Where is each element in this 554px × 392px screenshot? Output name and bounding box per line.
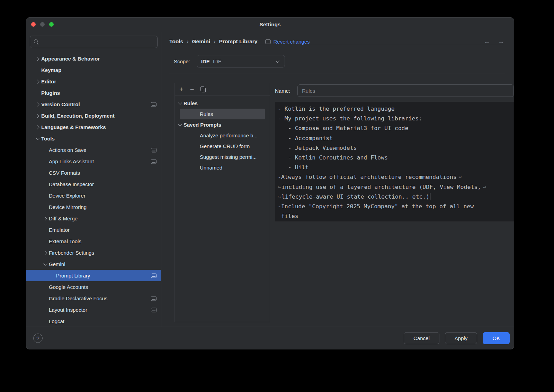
prompt-item-unnamed[interactable]: Unnamed	[180, 162, 265, 173]
prompt-group-saved-prompts[interactable]: Saved Prompts	[180, 119, 265, 130]
breadcrumb-separator: ›	[187, 38, 188, 45]
chevron-right-icon[interactable]	[34, 126, 41, 129]
chevron-down-icon[interactable]	[34, 138, 41, 139]
sidebar-item-emulator[interactable]: Emulator	[26, 224, 161, 236]
sidebar-item-label: Gradle Declarative Focus	[49, 295, 107, 301]
chevron-down-icon[interactable]	[176, 124, 184, 126]
chevron-right-icon[interactable]	[42, 252, 49, 254]
prompt-list-toolbar: + −	[175, 83, 270, 95]
prompt-item-label: Analyze performance b...	[200, 133, 258, 138]
prompt-list-panel: + − Rules Rules Saved Prompts	[175, 83, 270, 322]
sidebar-item-actions-on-save[interactable]: Actions on Save	[26, 144, 161, 156]
prompt-item-rules[interactable]: Rules	[180, 109, 265, 119]
chevron-right-icon[interactable]	[42, 217, 49, 220]
sidebar-item-build-execution-deployment[interactable]: Build, Execution, Deployment	[26, 110, 161, 121]
sidebar-item-device-explorer[interactable]: Device Explorer	[26, 190, 161, 201]
breadcrumb-tools[interactable]: Tools	[169, 38, 183, 45]
divider	[169, 73, 505, 73]
prompt-group-rules[interactable]: Rules	[180, 98, 265, 109]
breadcrumb-gemini[interactable]: Gemini	[192, 38, 211, 45]
sidebar-item-plugins[interactable]: Plugins	[26, 87, 161, 99]
sidebar-item-tools[interactable]: Tools	[26, 133, 161, 144]
sidebar-item-device-mirroring[interactable]: Device Mirroring	[26, 201, 161, 213]
ide-settings-icon	[151, 296, 157, 301]
scope-badge: IDE	[201, 58, 210, 64]
prompt-item-label: Generate CRUD form	[200, 143, 250, 149]
sidebar-item-label: External Tools	[49, 238, 81, 244]
sidebar-item-label: App Links Assistant	[49, 158, 94, 164]
sidebar-item-diff-merge[interactable]: Diff & Merge	[26, 213, 161, 224]
sidebar-item-version-control[interactable]: Version Control	[26, 99, 161, 110]
sidebar-item-gemini[interactable]: Gemini	[26, 258, 161, 270]
prompt-item-label: Unnamed	[200, 165, 222, 171]
remove-icon[interactable]: −	[190, 86, 194, 93]
sidebar-item-keymap[interactable]: Keymap	[26, 64, 161, 76]
sidebar-item-label: Emulator	[49, 227, 70, 233]
name-field[interactable]	[297, 84, 514, 97]
chevron-right-icon[interactable]	[34, 115, 41, 117]
settings-search[interactable]	[30, 36, 158, 48]
prompt-item-label: Rules	[200, 111, 213, 117]
zoom-button[interactable]	[49, 22, 54, 27]
ok-button[interactable]: OK	[483, 332, 510, 344]
scope-label: Scope:	[174, 58, 190, 64]
settings-sidebar: Appearance & Behavior Keymap Editor Plug…	[26, 31, 161, 327]
minimize-button[interactable]	[40, 22, 45, 27]
sidebar-item-label: Google Accounts	[49, 284, 88, 290]
forward-arrow-icon[interactable]: →	[498, 38, 504, 45]
sidebar-item-gradle-declarative-focus[interactable]: Gradle Declarative Focus	[26, 293, 161, 304]
editor-line: - Jetpack Viewmodels	[278, 143, 514, 153]
copy-icon[interactable]	[200, 86, 205, 92]
chevron-right-icon[interactable]	[34, 103, 41, 106]
prompt-tree: Rules Rules Saved Prompts Analyze perfor…	[175, 95, 270, 173]
prompt-item-suggest-missing-permissions[interactable]: Suggest missing permi...	[180, 152, 265, 162]
sidebar-item-logcat[interactable]: Logcat	[26, 316, 161, 327]
sidebar-item-prompt-library[interactable]: Prompt Library	[26, 270, 161, 281]
settings-content: Tools › Gemini › Prompt Library Revert c…	[161, 31, 514, 327]
sidebar-item-database-inspector[interactable]: Database Inspector	[26, 179, 161, 190]
close-button[interactable]	[31, 22, 36, 27]
chevron-right-icon[interactable]	[34, 57, 41, 60]
chevron-down-icon[interactable]	[42, 263, 49, 265]
sidebar-item-google-accounts[interactable]: Google Accounts	[26, 281, 161, 293]
ide-settings-icon	[151, 308, 157, 312]
sidebar-item-csv-formats[interactable]: CSV Formats	[26, 167, 161, 179]
scope-dropdown[interactable]: IDE IDE	[197, 55, 285, 67]
editor-line: ↪lifecycle-aware UI state collection., e…	[278, 192, 514, 202]
add-icon[interactable]: +	[179, 86, 184, 93]
chevron-right-icon[interactable]	[34, 80, 41, 83]
editor-line: files	[278, 211, 514, 221]
sidebar-item-appearance-behavior[interactable]: Appearance & Behavior	[26, 53, 161, 64]
cancel-button[interactable]: Cancel	[404, 332, 439, 344]
sidebar-item-app-links-assistant[interactable]: App Links Assistant	[26, 156, 161, 167]
chevron-down-icon[interactable]	[176, 102, 184, 104]
sidebar-item-label: Gemini	[49, 261, 65, 267]
search-icon	[34, 39, 39, 45]
soft-wrap-icon: ↩	[483, 184, 486, 190]
breadcrumb: Tools › Gemini › Prompt Library Revert c…	[169, 37, 505, 46]
prompt-item-generate-crud-form[interactable]: Generate CRUD form	[180, 141, 265, 152]
prompt-item-analyze-performance[interactable]: Analyze performance b...	[180, 130, 265, 141]
help-button[interactable]: ?	[33, 334, 43, 343]
prompt-group-label: Saved Prompts	[184, 122, 221, 128]
sidebar-item-firebender-settings[interactable]: Firebender Settings	[26, 247, 161, 258]
apply-button[interactable]: Apply	[445, 332, 477, 344]
sidebar-item-label: Plugins	[41, 90, 60, 96]
sidebar-item-label: Firebender Settings	[49, 250, 94, 256]
sidebar-item-label: Version Control	[41, 101, 80, 107]
soft-wrap-icon: ↪	[278, 184, 281, 190]
sidebar-item-languages-frameworks[interactable]: Languages & Frameworks	[26, 121, 161, 133]
prompt-item-label: Suggest missing permi...	[200, 154, 257, 160]
ide-settings-icon	[151, 159, 157, 164]
titlebar[interactable]: Settings	[26, 18, 514, 31]
soft-wrap-icon: ↪	[278, 194, 281, 200]
search-input[interactable]	[42, 39, 154, 45]
sidebar-item-external-tools[interactable]: External Tools	[26, 236, 161, 247]
sidebar-item-label: Languages & Frameworks	[41, 124, 106, 130]
revert-changes-link[interactable]: Revert changes	[265, 39, 310, 45]
desktop-background: Settings Appearance & Behavior Keymap Ed…	[0, 0, 554, 392]
back-arrow-icon[interactable]: ←	[484, 38, 490, 45]
prompt-text-editor[interactable]: - Kotlin is the preferred language - My …	[275, 102, 514, 221]
sidebar-item-editor[interactable]: Editor	[26, 76, 161, 87]
sidebar-item-layout-inspector[interactable]: Layout Inspector	[26, 304, 161, 316]
